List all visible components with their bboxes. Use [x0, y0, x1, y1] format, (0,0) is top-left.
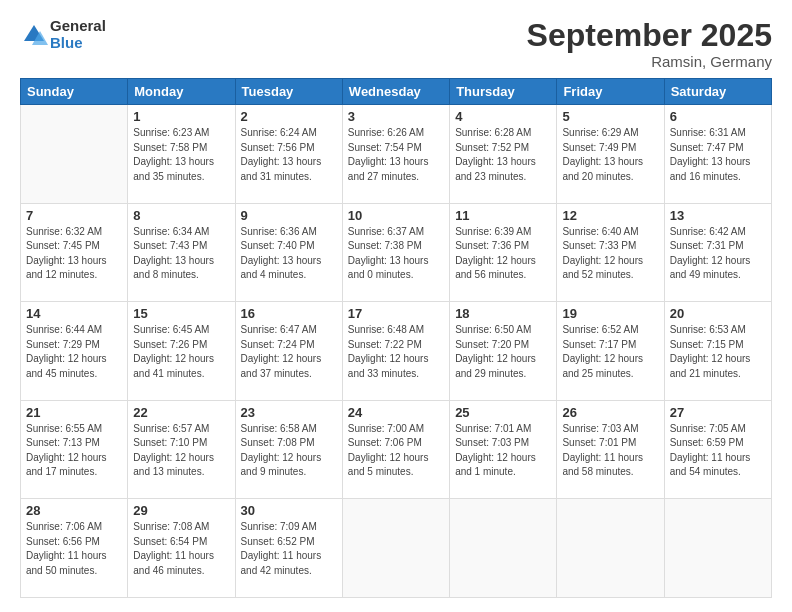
day-number: 23 [241, 405, 337, 420]
calendar-cell: 22Sunrise: 6:57 AM Sunset: 7:10 PM Dayli… [128, 400, 235, 499]
day-info: Sunrise: 6:28 AM Sunset: 7:52 PM Dayligh… [455, 126, 551, 184]
day-info: Sunrise: 7:09 AM Sunset: 6:52 PM Dayligh… [241, 520, 337, 578]
logo-text: General Blue [50, 18, 106, 51]
day-info: Sunrise: 6:26 AM Sunset: 7:54 PM Dayligh… [348, 126, 444, 184]
calendar-week-row: 14Sunrise: 6:44 AM Sunset: 7:29 PM Dayli… [21, 302, 772, 401]
day-number: 27 [670, 405, 766, 420]
day-info: Sunrise: 6:44 AM Sunset: 7:29 PM Dayligh… [26, 323, 122, 381]
day-info: Sunrise: 6:57 AM Sunset: 7:10 PM Dayligh… [133, 422, 229, 480]
day-number: 19 [562, 306, 658, 321]
day-number: 3 [348, 109, 444, 124]
calendar-cell: 29Sunrise: 7:08 AM Sunset: 6:54 PM Dayli… [128, 499, 235, 598]
day-info: Sunrise: 7:05 AM Sunset: 6:59 PM Dayligh… [670, 422, 766, 480]
day-info: Sunrise: 7:00 AM Sunset: 7:06 PM Dayligh… [348, 422, 444, 480]
day-number: 17 [348, 306, 444, 321]
logo-icon [20, 21, 48, 49]
day-number: 4 [455, 109, 551, 124]
calendar-cell [557, 499, 664, 598]
day-info: Sunrise: 6:34 AM Sunset: 7:43 PM Dayligh… [133, 225, 229, 283]
calendar-cell: 12Sunrise: 6:40 AM Sunset: 7:33 PM Dayli… [557, 203, 664, 302]
calendar-cell: 1Sunrise: 6:23 AM Sunset: 7:58 PM Daylig… [128, 105, 235, 204]
calendar-cell [450, 499, 557, 598]
calendar-cell: 17Sunrise: 6:48 AM Sunset: 7:22 PM Dayli… [342, 302, 449, 401]
day-number: 30 [241, 503, 337, 518]
day-number: 7 [26, 208, 122, 223]
calendar-cell: 23Sunrise: 6:58 AM Sunset: 7:08 PM Dayli… [235, 400, 342, 499]
day-header-friday: Friday [557, 79, 664, 105]
calendar-cell: 15Sunrise: 6:45 AM Sunset: 7:26 PM Dayli… [128, 302, 235, 401]
logo-line2: Blue [50, 35, 106, 52]
logo: General Blue [20, 18, 106, 51]
day-number: 29 [133, 503, 229, 518]
calendar-cell: 16Sunrise: 6:47 AM Sunset: 7:24 PM Dayli… [235, 302, 342, 401]
day-info: Sunrise: 7:06 AM Sunset: 6:56 PM Dayligh… [26, 520, 122, 578]
day-info: Sunrise: 6:36 AM Sunset: 7:40 PM Dayligh… [241, 225, 337, 283]
calendar-week-row: 21Sunrise: 6:55 AM Sunset: 7:13 PM Dayli… [21, 400, 772, 499]
day-number: 15 [133, 306, 229, 321]
day-number: 12 [562, 208, 658, 223]
day-info: Sunrise: 6:40 AM Sunset: 7:33 PM Dayligh… [562, 225, 658, 283]
day-info: Sunrise: 6:24 AM Sunset: 7:56 PM Dayligh… [241, 126, 337, 184]
day-info: Sunrise: 6:45 AM Sunset: 7:26 PM Dayligh… [133, 323, 229, 381]
day-number: 8 [133, 208, 229, 223]
day-info: Sunrise: 7:03 AM Sunset: 7:01 PM Dayligh… [562, 422, 658, 480]
day-info: Sunrise: 7:01 AM Sunset: 7:03 PM Dayligh… [455, 422, 551, 480]
day-info: Sunrise: 6:52 AM Sunset: 7:17 PM Dayligh… [562, 323, 658, 381]
calendar-cell: 4Sunrise: 6:28 AM Sunset: 7:52 PM Daylig… [450, 105, 557, 204]
day-header-thursday: Thursday [450, 79, 557, 105]
day-info: Sunrise: 6:48 AM Sunset: 7:22 PM Dayligh… [348, 323, 444, 381]
day-header-monday: Monday [128, 79, 235, 105]
calendar-cell: 28Sunrise: 7:06 AM Sunset: 6:56 PM Dayli… [21, 499, 128, 598]
page: General Blue September 2025 Ramsin, Germ… [0, 0, 792, 612]
calendar-cell: 6Sunrise: 6:31 AM Sunset: 7:47 PM Daylig… [664, 105, 771, 204]
day-header-tuesday: Tuesday [235, 79, 342, 105]
day-header-wednesday: Wednesday [342, 79, 449, 105]
calendar-cell: 2Sunrise: 6:24 AM Sunset: 7:56 PM Daylig… [235, 105, 342, 204]
day-header-saturday: Saturday [664, 79, 771, 105]
day-number: 9 [241, 208, 337, 223]
calendar-cell [664, 499, 771, 598]
calendar-week-row: 28Sunrise: 7:06 AM Sunset: 6:56 PM Dayli… [21, 499, 772, 598]
day-info: Sunrise: 6:58 AM Sunset: 7:08 PM Dayligh… [241, 422, 337, 480]
day-info: Sunrise: 6:23 AM Sunset: 7:58 PM Dayligh… [133, 126, 229, 184]
day-number: 6 [670, 109, 766, 124]
title-block: September 2025 Ramsin, Germany [527, 18, 772, 70]
calendar-header-row: SundayMondayTuesdayWednesdayThursdayFrid… [21, 79, 772, 105]
calendar-cell: 20Sunrise: 6:53 AM Sunset: 7:15 PM Dayli… [664, 302, 771, 401]
day-info: Sunrise: 6:29 AM Sunset: 7:49 PM Dayligh… [562, 126, 658, 184]
day-info: Sunrise: 6:32 AM Sunset: 7:45 PM Dayligh… [26, 225, 122, 283]
calendar-cell: 14Sunrise: 6:44 AM Sunset: 7:29 PM Dayli… [21, 302, 128, 401]
calendar-cell: 25Sunrise: 7:01 AM Sunset: 7:03 PM Dayli… [450, 400, 557, 499]
day-number: 2 [241, 109, 337, 124]
day-number: 21 [26, 405, 122, 420]
calendar-cell: 11Sunrise: 6:39 AM Sunset: 7:36 PM Dayli… [450, 203, 557, 302]
calendar-cell: 10Sunrise: 6:37 AM Sunset: 7:38 PM Dayli… [342, 203, 449, 302]
calendar-cell: 30Sunrise: 7:09 AM Sunset: 6:52 PM Dayli… [235, 499, 342, 598]
day-number: 14 [26, 306, 122, 321]
day-header-sunday: Sunday [21, 79, 128, 105]
calendar-cell: 27Sunrise: 7:05 AM Sunset: 6:59 PM Dayli… [664, 400, 771, 499]
calendar-week-row: 1Sunrise: 6:23 AM Sunset: 7:58 PM Daylig… [21, 105, 772, 204]
day-number: 13 [670, 208, 766, 223]
day-info: Sunrise: 6:37 AM Sunset: 7:38 PM Dayligh… [348, 225, 444, 283]
day-number: 20 [670, 306, 766, 321]
day-number: 24 [348, 405, 444, 420]
calendar-cell: 7Sunrise: 6:32 AM Sunset: 7:45 PM Daylig… [21, 203, 128, 302]
day-info: Sunrise: 6:31 AM Sunset: 7:47 PM Dayligh… [670, 126, 766, 184]
day-number: 1 [133, 109, 229, 124]
calendar-cell: 19Sunrise: 6:52 AM Sunset: 7:17 PM Dayli… [557, 302, 664, 401]
day-info: Sunrise: 6:47 AM Sunset: 7:24 PM Dayligh… [241, 323, 337, 381]
day-number: 28 [26, 503, 122, 518]
day-number: 22 [133, 405, 229, 420]
calendar-cell: 26Sunrise: 7:03 AM Sunset: 7:01 PM Dayli… [557, 400, 664, 499]
calendar-cell: 5Sunrise: 6:29 AM Sunset: 7:49 PM Daylig… [557, 105, 664, 204]
day-number: 16 [241, 306, 337, 321]
calendar-cell: 24Sunrise: 7:00 AM Sunset: 7:06 PM Dayli… [342, 400, 449, 499]
day-info: Sunrise: 6:39 AM Sunset: 7:36 PM Dayligh… [455, 225, 551, 283]
day-number: 5 [562, 109, 658, 124]
calendar-cell: 3Sunrise: 6:26 AM Sunset: 7:54 PM Daylig… [342, 105, 449, 204]
calendar-title: September 2025 [527, 18, 772, 53]
day-number: 11 [455, 208, 551, 223]
day-info: Sunrise: 6:53 AM Sunset: 7:15 PM Dayligh… [670, 323, 766, 381]
day-info: Sunrise: 6:42 AM Sunset: 7:31 PM Dayligh… [670, 225, 766, 283]
